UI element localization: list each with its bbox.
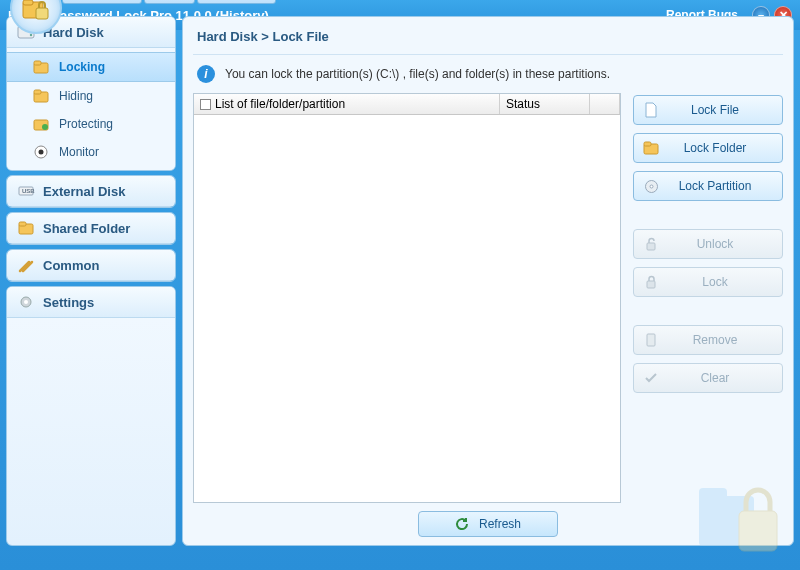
unlock-button[interactable]: Unlock <box>633 229 783 259</box>
sidebar-item-hiding[interactable]: Hiding <box>7 82 175 110</box>
lock-file-button[interactable]: Lock File <box>633 95 783 125</box>
svg-rect-6 <box>34 61 41 65</box>
folder-protect-icon <box>33 116 49 132</box>
sidebar-item-locking[interactable]: Locking <box>7 52 175 82</box>
sidebar-item-label: Locking <box>59 60 105 74</box>
clear-button[interactable]: Clear <box>633 363 783 393</box>
sidebar-label: Shared Folder <box>43 221 130 236</box>
sidebar-item-label: Protecting <box>59 117 113 131</box>
sidebar-item-monitor[interactable]: Monitor <box>7 138 175 166</box>
select-all-checkbox[interactable] <box>200 99 211 110</box>
gear-icon <box>17 293 35 311</box>
info-text: You can lock the partition(s) (C:\) , fi… <box>225 67 610 81</box>
svg-rect-20 <box>644 142 651 146</box>
table-header-list[interactable]: List of file/folder/partition <box>194 94 500 114</box>
svg-text:USB: USB <box>22 188 35 194</box>
table-body <box>194 115 620 502</box>
sidebar-label: External Disk <box>43 184 125 199</box>
sidebar-item-label: Hiding <box>59 89 93 103</box>
menu-help[interactable]: Help <box>144 0 195 4</box>
svg-rect-24 <box>647 281 655 288</box>
monitor-icon <box>33 144 49 160</box>
folder-lock-icon <box>33 59 49 75</box>
svg-rect-16 <box>19 222 26 226</box>
svg-point-12 <box>39 150 44 155</box>
svg-rect-2 <box>36 8 48 19</box>
sidebar-label: Common <box>43 258 99 273</box>
menu-language[interactable]: Language <box>197 0 276 4</box>
refresh-icon <box>455 517 469 531</box>
file-list-table[interactable]: List of file/folder/partition Status <box>193 93 621 503</box>
sidebar-section-common[interactable]: Common <box>7 250 175 281</box>
svg-rect-1 <box>23 0 33 5</box>
folder-hide-icon <box>33 88 49 104</box>
sidebar-item-label: Monitor <box>59 145 99 159</box>
svg-point-18 <box>24 300 28 304</box>
refresh-button[interactable]: Refresh <box>418 511 558 537</box>
table-header-spacer <box>590 94 620 114</box>
svg-point-4 <box>30 34 32 36</box>
tools-icon <box>17 256 35 274</box>
svg-rect-23 <box>647 243 655 250</box>
svg-point-10 <box>42 124 48 130</box>
svg-rect-25 <box>647 334 655 346</box>
sidebar-label: Settings <box>43 295 94 310</box>
lock-partition-button[interactable]: Lock Partition <box>633 171 783 201</box>
lock-folder-button[interactable]: Lock Folder <box>633 133 783 163</box>
lock-button[interactable]: Lock <box>633 267 783 297</box>
table-header-status[interactable]: Status <box>500 94 590 114</box>
usb-icon: USB <box>17 182 35 200</box>
sidebar-section-shared-folder[interactable]: Shared Folder <box>7 213 175 244</box>
sidebar-item-protecting[interactable]: Protecting <box>7 110 175 138</box>
sidebar-section-settings[interactable]: Settings <box>7 287 175 318</box>
sidebar-section-external-disk[interactable]: USB External Disk <box>7 176 175 207</box>
menu-protection[interactable]: Protection <box>62 0 142 4</box>
breadcrumb: Hard Disk > Lock File <box>193 25 783 55</box>
remove-button[interactable]: Remove <box>633 325 783 355</box>
svg-point-22 <box>650 185 653 188</box>
svg-rect-8 <box>34 90 41 94</box>
shared-folder-icon <box>17 219 35 237</box>
info-icon: i <box>197 65 215 83</box>
